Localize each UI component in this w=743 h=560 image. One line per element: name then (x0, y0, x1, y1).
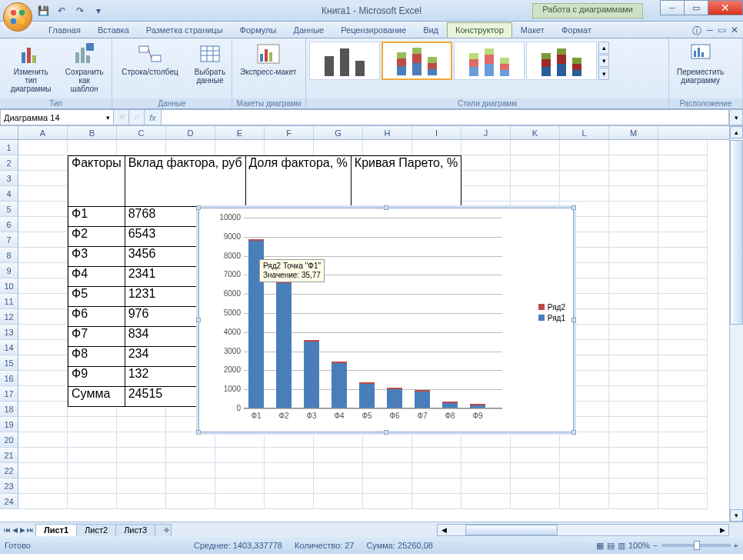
row-header[interactable]: 13 (0, 325, 18, 340)
chart-bar[interactable] (276, 282, 292, 408)
chart-style-3[interactable] (454, 42, 525, 80)
cell[interactable] (166, 463, 215, 478)
tab-home[interactable]: Главная (40, 22, 89, 38)
row-header[interactable]: 12 (0, 309, 18, 325)
cell[interactable] (511, 478, 560, 494)
window-minimize-icon[interactable]: ─ (706, 25, 713, 38)
qat-dropdown-icon[interactable]: ▾ (91, 3, 106, 18)
row-header[interactable]: 3 (0, 171, 18, 186)
col-header[interactable]: E (215, 126, 265, 139)
col-header[interactable]: F (265, 126, 314, 139)
cell[interactable] (265, 463, 314, 478)
horizontal-scrollbar[interactable]: ◀▶ (437, 524, 729, 536)
view-pagebreak-icon[interactable]: ▥ (618, 541, 625, 551)
cell[interactable] (658, 309, 708, 325)
cell[interactable] (658, 355, 708, 371)
col-header[interactable]: L (560, 126, 609, 139)
switch-rowcol-button[interactable]: Строка/столбец (117, 40, 183, 78)
chart-style-1[interactable] (309, 42, 380, 80)
cell[interactable] (363, 448, 412, 463)
cell[interactable] (609, 494, 658, 509)
cell[interactable] (18, 309, 68, 325)
cell[interactable] (314, 463, 363, 478)
row-header[interactable]: 7 (0, 232, 18, 248)
row-header[interactable]: 11 (0, 294, 18, 309)
cell[interactable] (461, 171, 511, 186)
cell[interactable] (511, 186, 560, 202)
cell[interactable] (609, 340, 658, 355)
cell[interactable] (117, 417, 166, 432)
tab-view[interactable]: Вид (415, 22, 447, 38)
view-normal-icon[interactable]: ▦ (596, 541, 604, 551)
cell[interactable] (18, 340, 68, 355)
cell[interactable] (609, 248, 658, 263)
cell[interactable] (461, 478, 511, 494)
save-as-template-button[interactable]: Сохранить как шаблон (62, 40, 107, 95)
fx-cancel[interactable]: ✕ (114, 109, 129, 125)
cell[interactable] (658, 325, 708, 340)
cell[interactable] (363, 140, 412, 155)
cell[interactable] (658, 294, 708, 309)
cell[interactable] (609, 202, 658, 217)
sheet-nav-next[interactable]: ▶ (18, 525, 26, 535)
cell[interactable] (461, 448, 511, 463)
cell[interactable] (68, 417, 117, 432)
cell[interactable] (412, 478, 461, 494)
col-header[interactable]: D (166, 126, 215, 139)
cell[interactable] (166, 140, 215, 155)
cell[interactable] (18, 402, 68, 417)
select-data-button[interactable]: Выбрать данные (188, 40, 232, 86)
col-header[interactable]: J (461, 126, 511, 139)
cell[interactable] (609, 294, 658, 309)
row-header[interactable]: 6 (0, 217, 18, 232)
cell[interactable] (658, 232, 708, 248)
cell[interactable] (609, 402, 658, 417)
cell[interactable] (609, 463, 658, 478)
cell[interactable] (560, 171, 609, 186)
row-header[interactable]: 19 (0, 417, 18, 432)
cell[interactable] (461, 186, 511, 202)
cell[interactable] (658, 140, 708, 155)
tab-format[interactable]: Формат (553, 22, 600, 38)
chevron-down-icon[interactable]: ▾ (106, 114, 110, 122)
zoom-in[interactable]: + (734, 541, 738, 550)
cell[interactable] (18, 417, 68, 432)
sheet-tab[interactable]: Лист3 (115, 524, 155, 536)
cell[interactable] (609, 171, 658, 186)
styles-scroll-down[interactable]: ▾ (598, 55, 609, 67)
cell[interactable] (658, 448, 708, 463)
chart-plot-area[interactable]: 0100020003000400050006000700080009000100… (244, 218, 502, 408)
cell[interactable] (18, 186, 68, 202)
window-restore-icon[interactable]: ▭ (718, 25, 726, 38)
move-chart-button[interactable]: Переместить диаграмму (674, 40, 727, 86)
cell[interactable] (658, 494, 708, 509)
cell[interactable] (658, 417, 708, 432)
tab-pagelayout[interactable]: Разметка страницы (138, 22, 232, 38)
cell[interactable] (658, 171, 708, 186)
cell[interactable] (18, 463, 68, 478)
cell[interactable] (68, 448, 117, 463)
formula-input[interactable] (162, 109, 729, 125)
zoom-level[interactable]: 100% (628, 541, 650, 550)
sheet-nav-prev[interactable]: ◀ (11, 525, 18, 535)
sheet-nav-last[interactable]: ⏭ (26, 525, 34, 535)
chart-bar[interactable] (332, 362, 347, 408)
cell[interactable] (609, 371, 658, 386)
cell[interactable] (560, 140, 609, 155)
sheet-tab[interactable]: Лист2 (76, 524, 116, 536)
row-header[interactable]: 21 (0, 448, 18, 463)
cell[interactable] (18, 263, 68, 278)
cell[interactable] (314, 494, 363, 509)
chart-style-2[interactable] (381, 42, 452, 80)
cell[interactable] (658, 478, 708, 494)
cell[interactable] (68, 140, 117, 155)
row-header[interactable]: 18 (0, 402, 18, 417)
cell[interactable] (658, 263, 708, 278)
window-close-icon[interactable]: ✕ (731, 25, 738, 38)
cell[interactable] (609, 232, 658, 248)
cell[interactable] (314, 478, 363, 494)
col-header[interactable]: G (314, 126, 363, 139)
cell[interactable] (461, 140, 511, 155)
cell[interactable] (314, 140, 363, 155)
cell[interactable] (18, 448, 68, 463)
